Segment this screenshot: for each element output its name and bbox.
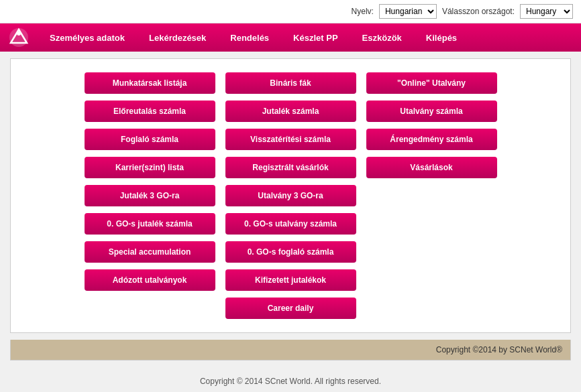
button-column-3: "Online" Utalvány Utalvány számla Árenge… <box>366 72 497 319</box>
btn-vasarlasok[interactable]: Vásárlások <box>366 157 497 178</box>
nav-items: Személyes adatok Lekérdezések Rendelés K… <box>38 23 469 52</box>
button-column-2: Bináris fák Jutalék számla Visszatérítés… <box>225 72 356 319</box>
btn-foglalo[interactable]: Foglaló számla <box>85 129 215 150</box>
button-column-1: Munkatársak listája Előreutalás számla F… <box>85 72 215 319</box>
logo <box>7 25 31 50</box>
btn-go-foglalo[interactable]: 0. GO-s foglaló számla <box>225 241 356 263</box>
btn-adozott[interactable]: Adózott utalványok <box>85 269 215 291</box>
inner-footer-text: Copyright ©2014 by SCNet World® <box>436 345 562 354</box>
bottom-footer-text: Copyright © 2014 SCnet World. All rights… <box>200 377 381 386</box>
btn-utalvany[interactable]: Utalvány számla <box>366 101 497 122</box>
top-bar: Nyelv: Hungarian English Romanian Válass… <box>0 0 581 23</box>
nav-stock-pp[interactable]: Készlet PP <box>281 23 350 52</box>
btn-karrier[interactable]: Karrier(szint) lista <box>85 157 215 178</box>
btn-go-jutalek[interactable]: 0. GO-s jutalék számla <box>85 213 215 235</box>
btn-jutalek[interactable]: Jutalék számla <box>225 101 356 122</box>
language-label: Nyelv: <box>352 7 374 16</box>
main-content: Munkatársak listája Előreutalás számla F… <box>10 58 571 333</box>
svg-point-2 <box>17 31 21 36</box>
nav-order[interactable]: Rendelés <box>218 23 281 52</box>
btn-jutalek3go[interactable]: Jutalék 3 GO-ra <box>85 185 215 206</box>
btn-binaris[interactable]: Bináris fák <box>225 72 356 94</box>
btn-kifizetett[interactable]: Kifizetett jutalékok <box>225 269 356 291</box>
btn-munkatarsak[interactable]: Munkatársak listája <box>85 72 215 94</box>
btn-regisztralt[interactable]: Regisztrált vásárlók <box>225 157 356 178</box>
btn-visszaterites[interactable]: Visszatérítési számla <box>225 129 356 150</box>
country-label: Válasszon országot: <box>442 7 515 16</box>
inner-footer: Copyright ©2014 by SCNet World® <box>10 340 571 361</box>
btn-arengedmeny[interactable]: Árengedmény számla <box>366 129 497 150</box>
btn-utalvany3go[interactable]: Utalvány 3 GO-ra <box>225 185 356 206</box>
btn-go-utalvany[interactable]: 0. GO-s utalvány számla <box>225 213 356 235</box>
country-select[interactable]: Hungary Romania Slovakia <box>520 4 573 19</box>
nav-bar: Személyes adatok Lekérdezések Rendelés K… <box>0 23 581 52</box>
btn-career-daily[interactable]: Career daily <box>225 298 356 319</box>
bottom-footer: Copyright © 2014 SCnet World. All rights… <box>0 367 581 392</box>
nav-logout[interactable]: Kilépés <box>414 23 469 52</box>
nav-queries[interactable]: Lekérdezések <box>137 23 218 52</box>
nav-tools[interactable]: Eszközök <box>350 23 414 52</box>
language-select[interactable]: Hungarian English Romanian <box>379 4 437 19</box>
btn-special[interactable]: Special accumulation <box>85 241 215 263</box>
btn-eloreutals[interactable]: Előreutalás számla <box>85 101 215 122</box>
nav-personal-data[interactable]: Személyes adatok <box>38 23 137 52</box>
btn-online-utalvany[interactable]: "Online" Utalvány <box>366 72 497 94</box>
